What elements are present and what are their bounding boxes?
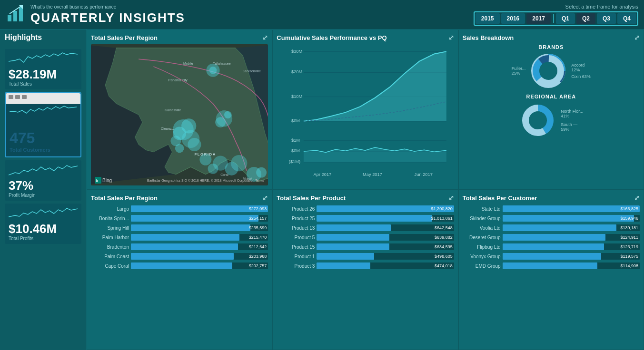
bar-label: Voonyx Group: [463, 254, 501, 259]
bar-label: Product 3: [277, 263, 315, 269]
north-label: North Flor...41%: [561, 109, 583, 118]
breakdown-title: Sales Breakdown ⤢: [463, 34, 640, 41]
bar-track: $639,882: [317, 234, 454, 241]
bar-row: Spring Hill$235,599: [91, 224, 268, 232]
sparkline-profits: [9, 206, 78, 221]
bar-value: $202,757: [249, 263, 267, 268]
svg-point-21: [231, 155, 247, 171]
bar-track: $235,599: [131, 224, 268, 231]
bar-fill: [131, 253, 234, 260]
bar-fill: [317, 234, 389, 241]
bar-track: $272,093: [131, 205, 268, 212]
bar-value: $139,181: [620, 225, 638, 230]
bar-row: Voonyx Group$119,575: [463, 252, 640, 261]
map-footer: b Bing Earthstar Geographics SIO © 2018 …: [94, 177, 265, 184]
fuller-label: Fuller...25%: [512, 66, 526, 76]
svg-text:$1M: $1M: [291, 138, 300, 143]
highlight-card-sales[interactable]: $28.19M Total Sales: [5, 49, 81, 89]
bar-track: $202,757: [131, 262, 268, 269]
highlight-card-margin[interactable]: 37% Profit Margin: [5, 160, 81, 201]
header-subtitle: What's the overall business performance: [30, 4, 185, 10]
expand-icon-3[interactable]: ⤢: [634, 34, 640, 41]
bar-row: EMD Group$114,908: [463, 262, 640, 270]
bar-row: Largo$272,093: [91, 204, 268, 213]
dot3: [22, 95, 27, 99]
bar-row: Flipbug Ltd$123,719: [463, 243, 640, 251]
q1-button[interactable]: Q1: [556, 13, 575, 24]
south-label: South —59%: [561, 122, 577, 132]
expand-icon-5[interactable]: ⤢: [448, 194, 454, 202]
bar-value: $215,470: [249, 235, 267, 240]
q3-button[interactable]: Q3: [597, 13, 616, 24]
expand-icon-4[interactable]: ⤢: [262, 194, 268, 202]
bar-label: Product 13: [277, 225, 315, 231]
content-grid: Total Sales Per Region ⤢: [87, 29, 644, 350]
highlight-card-profits[interactable]: $10.46M Total Profits: [5, 204, 81, 244]
bar-label: Flipbug Ltd: [463, 244, 501, 250]
year-2017-button[interactable]: 2017: [526, 13, 551, 24]
year-2015-button[interactable]: 2015: [476, 13, 500, 24]
total-sales-value: $28.19M: [9, 68, 57, 80]
svg-point-6: [209, 67, 217, 74]
bar-fill: [503, 224, 616, 231]
region-bar-list: Largo$272,093Bonita Sprin...$254,157Spri…: [91, 204, 268, 346]
map-panel: Total Sales Per Region ⤢: [87, 29, 272, 190]
bar-fill: [131, 224, 250, 231]
breakdown-panel: Sales Breakdown ⤢ BRANDS Fuller...25%: [458, 29, 644, 190]
bar-row: Palm Harbor$215,470: [91, 233, 268, 242]
q4-button[interactable]: Q4: [617, 13, 636, 24]
bar-row: Cape Coral$202,757: [91, 262, 268, 270]
bar-row: Product 25$1,013,861: [277, 214, 454, 223]
svg-rect-2: [19, 7, 23, 21]
customer-bar-panel: Total Sales Per Customer ⤢ State Ltd$166…: [458, 190, 644, 350]
bar-track: $1,200,820: [317, 205, 454, 212]
svg-text:Panama City: Panama City: [168, 78, 188, 82]
total-customers-value: 475: [10, 129, 35, 147]
bar-value: $235,599: [249, 225, 267, 230]
expand-icon-2[interactable]: ⤢: [448, 34, 454, 41]
product-bar-title: Total Sales Per Product ⤢: [277, 194, 454, 202]
bar-label: Bradenton: [91, 244, 129, 250]
brands-title: BRANDS: [463, 44, 640, 50]
bar-value: $119,575: [620, 254, 638, 259]
brands-donut-row: Fuller...25%: [463, 52, 640, 90]
year-2016-button[interactable]: 2016: [501, 13, 525, 24]
card-header-dots: [9, 95, 27, 99]
cumulative-chart-area: $30M $20M $10M $0M $1M $0M: [277, 44, 454, 185]
bar-track: $123,719: [503, 243, 640, 250]
svg-point-19: [208, 164, 218, 174]
margin-value: 37%: [9, 179, 33, 192]
bar-label: Product 15: [277, 244, 315, 250]
svg-point-9: [224, 111, 232, 119]
profits-label: Total Profits: [9, 236, 33, 241]
cixin-label: Cixin 63%: [571, 74, 591, 79]
svg-text:Tallahassee: Tallahassee: [213, 62, 231, 65]
header-left: What's the overall business performance …: [6, 4, 185, 25]
timeframe-buttons: 2015 2016 2017 Q1 Q2 Q3 Q4: [474, 11, 638, 26]
bar-fill: [317, 253, 374, 260]
bar-value: $114,908: [620, 263, 638, 268]
svg-point-23: [256, 167, 267, 178]
bar-fill: [131, 215, 258, 222]
bar-value: $159,946: [620, 216, 638, 221]
expand-icon[interactable]: ⤢: [262, 34, 268, 41]
bar-value: $642,548: [435, 225, 453, 230]
regional-donut-row: North Flor...41% South —59%: [463, 101, 640, 139]
bar-label: Product 1: [277, 254, 315, 259]
chart-icon: [6, 5, 25, 24]
bar-fill: [317, 262, 370, 269]
svg-text:Jacksonville: Jacksonville: [243, 69, 261, 73]
q2-button[interactable]: Q2: [576, 13, 595, 24]
bar-track: $215,470: [131, 234, 268, 241]
bar-row: Skinder Group$159,946: [463, 214, 640, 223]
expand-icon-6[interactable]: ⤢: [634, 194, 640, 202]
highlight-card-customers[interactable]: 475 Total Customers: [5, 92, 81, 157]
bar-row: Product 15$634,595: [277, 243, 454, 251]
bar-fill: [503, 243, 604, 250]
accord-label: Accord12%: [571, 63, 585, 72]
svg-text:Gainesville: Gainesville: [165, 108, 181, 112]
bar-value: $1,013,861: [431, 216, 453, 221]
bar-fill: [131, 262, 232, 269]
divider: [553, 14, 554, 23]
customer-bar-list: State Ltd$166,825Skinder Group$159,946Vo…: [463, 204, 640, 346]
